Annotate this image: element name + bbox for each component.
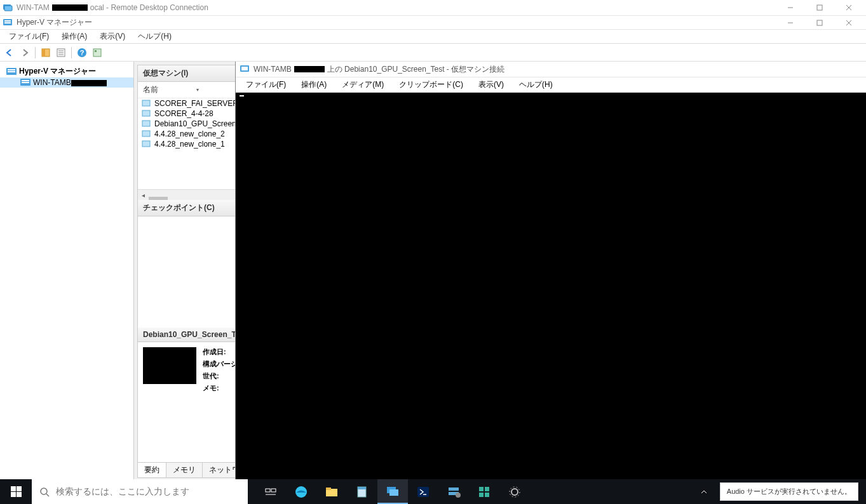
svg-rect-22 <box>95 50 97 52</box>
hyperv-menu-bar: ファイル(F) 操作(A) 表示(V) ヘルプ(H) <box>0 30 866 44</box>
svg-rect-54 <box>449 487 459 491</box>
svg-rect-58 <box>485 487 489 491</box>
menu-clipboard[interactable]: クリップボード(C) <box>391 78 471 91</box>
taskbar-app-edge[interactable] <box>286 479 316 504</box>
vmconnect-title: WIN-TAMB 上の Debian10_GPU_Screen_Test - 仮… <box>254 64 504 75</box>
task-view-button[interactable] <box>255 479 286 504</box>
svg-rect-31 <box>142 121 150 126</box>
taskbar: 検索するには、ここに入力します Audio サービスが実行されていません。 <box>0 479 866 504</box>
minimize-button[interactable] <box>776 0 805 16</box>
menu-action[interactable]: 操作(A) <box>55 30 93 43</box>
hyperv-icon <box>3 18 13 28</box>
svg-rect-3 <box>817 5 822 10</box>
tree-root[interactable]: Hyper-V マネージャー <box>0 65 133 77</box>
vm-name: SCORER_4-4-28 <box>154 109 213 118</box>
sort-indicator-icon: ▾ <box>196 87 199 93</box>
hyperv-title-bar: Hyper-V マネージャー <box>0 16 866 30</box>
menu-view[interactable]: 表示(V) <box>471 78 511 91</box>
created-label: 作成日: <box>203 347 238 357</box>
menu-file[interactable]: ファイル(F) <box>238 78 294 91</box>
svg-rect-35 <box>241 67 248 70</box>
vm-name: SCORER_FAI_SERVER <box>154 99 238 108</box>
taskbar-app-powershell[interactable] <box>408 479 438 504</box>
rdp-title-prefix: WIN-TAM <box>17 3 50 12</box>
maximize-button[interactable] <box>805 0 834 16</box>
svg-rect-60 <box>485 493 489 497</box>
menu-media[interactable]: メディア(M) <box>334 78 391 91</box>
text-cursor <box>240 95 244 96</box>
tree-host-label: WIN-TAMB <box>33 78 107 87</box>
svg-rect-30 <box>142 110 150 116</box>
svg-rect-47 <box>326 487 331 490</box>
vm-console-screen[interactable] <box>236 93 866 479</box>
minimize-button[interactable] <box>776 15 805 30</box>
back-button[interactable] <box>3 46 17 60</box>
svg-rect-57 <box>479 487 484 491</box>
menu-file[interactable]: ファイル(F) <box>3 30 55 43</box>
close-button[interactable] <box>834 15 863 30</box>
column-name-label: 名前 <box>143 84 158 95</box>
svg-rect-10 <box>817 20 822 25</box>
vm-icon <box>142 99 151 108</box>
menu-help[interactable]: ヘルプ(H) <box>511 78 560 91</box>
vm-thumbnail <box>143 347 196 384</box>
menu-help[interactable]: ヘルプ(H) <box>132 30 178 43</box>
svg-rect-7 <box>4 20 11 22</box>
scroll-left-button[interactable]: ◂ <box>138 190 149 201</box>
taskbar-app-rdp[interactable] <box>377 479 408 504</box>
maximize-button[interactable] <box>805 15 834 30</box>
tray-notification[interactable]: Audio サービスが実行されていません。 <box>715 479 863 504</box>
details-meta: 作成日: 構成バージ 世代: メモ: <box>203 347 238 457</box>
show-hide-tree-button[interactable] <box>39 46 53 60</box>
tab-summary[interactable]: 要約 <box>138 463 166 477</box>
vm-name: Debian10_GPU_Screen_Te <box>154 119 248 128</box>
config-version-label: 構成バージ <box>203 359 238 369</box>
tree-host-prefix: WIN-TAMB <box>33 78 71 87</box>
taskbar-app-explorer[interactable] <box>316 479 347 504</box>
svg-rect-33 <box>142 141 150 147</box>
svg-point-40 <box>41 488 47 494</box>
svg-rect-59 <box>479 493 484 497</box>
generation-label: 世代: <box>203 371 238 381</box>
tree-root-label: Hyper-V マネージャー <box>19 66 96 77</box>
svg-rect-39 <box>17 492 22 497</box>
svg-rect-8 <box>4 22 11 23</box>
svg-rect-36 <box>11 486 16 491</box>
svg-text:?: ? <box>80 49 85 56</box>
tray-overflow-button[interactable] <box>696 479 712 504</box>
vmconnect-title-prefix: WIN-TAMB <box>254 65 292 74</box>
hyperv-toolbar: ? <box>0 44 866 62</box>
svg-rect-25 <box>8 71 15 72</box>
vmconnect-title-bar[interactable]: WIN-TAMB 上の Debian10_GPU_Screen_Test - 仮… <box>236 62 866 77</box>
refresh-button[interactable] <box>90 46 104 60</box>
menu-view[interactable]: 表示(V) <box>93 30 132 43</box>
search-placeholder: 検索するには、ここに入力します <box>56 486 189 498</box>
rdp-title: WIN-TAM ocal - Remote Desktop Connection <box>17 3 776 12</box>
redacted-text <box>52 4 88 11</box>
taskbar-app-hyperv[interactable] <box>469 479 499 504</box>
svg-rect-28 <box>22 82 29 83</box>
taskbar-app-settings[interactable] <box>499 479 530 504</box>
column-name[interactable]: 名前 ▾ <box>143 84 199 95</box>
close-button[interactable] <box>834 0 863 16</box>
properties-button[interactable] <box>54 46 68 60</box>
task-icons <box>255 479 530 504</box>
tab-memory[interactable]: メモリ <box>166 463 203 477</box>
menu-action[interactable]: 操作(A) <box>294 78 334 91</box>
scroll-thumb[interactable] <box>149 197 168 200</box>
tree-pane: Hyper-V マネージャー WIN-TAMB <box>0 62 134 479</box>
taskbar-search[interactable]: 検索するには、ここに入力します <box>32 479 248 504</box>
svg-rect-27 <box>22 80 29 81</box>
tree-host[interactable]: WIN-TAMB <box>0 77 133 88</box>
help-button[interactable]: ? <box>75 46 89 60</box>
hyperv-title: Hyper-V マネージャー <box>17 17 776 28</box>
toolbar-separator <box>35 47 36 58</box>
notification-bubble: Audio サービスが実行されていません。 <box>720 482 858 501</box>
forward-button[interactable] <box>18 46 32 60</box>
svg-rect-42 <box>266 489 270 492</box>
taskbar-app-server-manager[interactable] <box>438 479 469 504</box>
vm-icon <box>142 119 151 128</box>
svg-point-56 <box>456 493 461 498</box>
taskbar-app-notepad[interactable] <box>347 479 377 504</box>
start-button[interactable] <box>0 479 32 504</box>
